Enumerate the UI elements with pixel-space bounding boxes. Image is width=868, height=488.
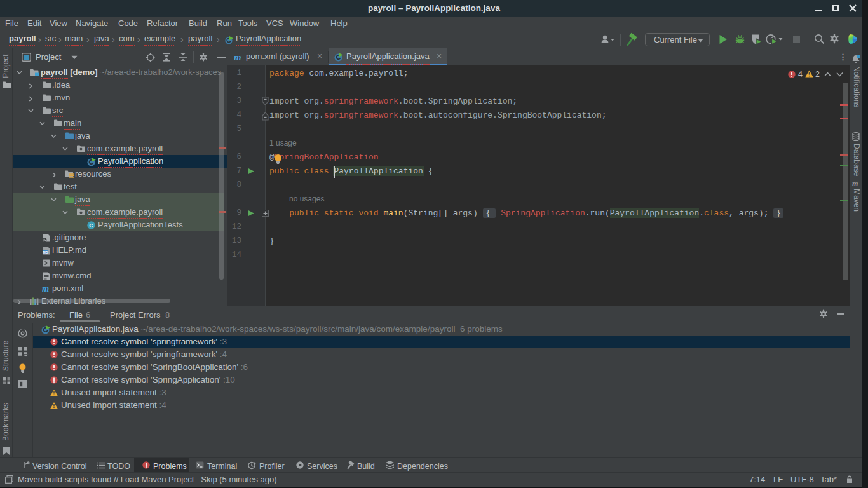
svg-text:m: m — [852, 180, 858, 187]
svg-text:C: C — [89, 222, 93, 228]
svg-text:MD: MD — [43, 250, 48, 254]
svg-text:m: m — [234, 53, 241, 62]
svg-text:m: m — [42, 285, 49, 292]
